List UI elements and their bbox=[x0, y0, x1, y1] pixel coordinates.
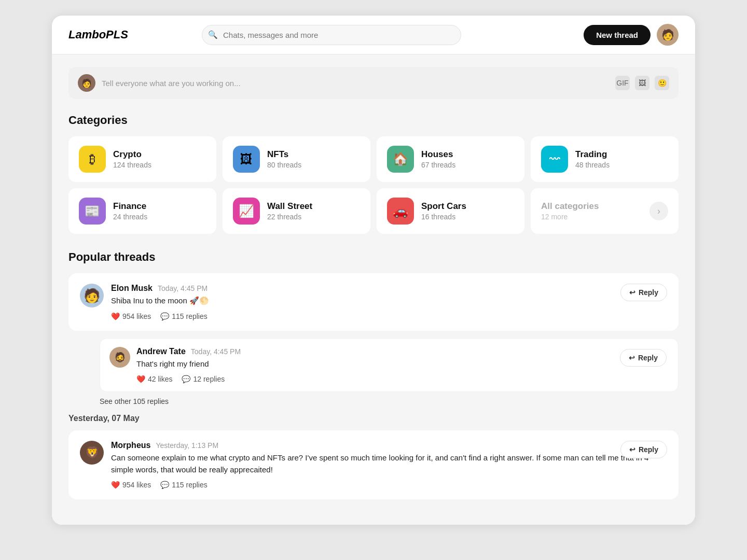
sportcars-threads: 16 threads bbox=[421, 213, 466, 221]
andrew-thread-meta: Andrew Tate Today, 4:45 PM bbox=[136, 347, 669, 356]
popular-threads-title: Popular threads bbox=[68, 250, 679, 264]
elon-thread-body: Elon Musk Today, 4:45 PM Shiba Inu to th… bbox=[111, 284, 667, 320]
andrew-thread-body: Andrew Tate Today, 4:45 PM That's right … bbox=[136, 347, 669, 384]
morpheus-stats: ❤️ 954 likes 💬 115 replies bbox=[111, 481, 667, 489]
date-divider: Yesterday, 07 May bbox=[68, 414, 679, 423]
nfts-name: NFTs bbox=[267, 149, 301, 160]
categories-section: Categories ₿ Crypto 124 threads 🖼 NFTs 8… bbox=[68, 114, 679, 234]
wallstreet-info: Wall Street 22 threads bbox=[267, 201, 312, 221]
chat-icon-2: 💬 bbox=[182, 375, 190, 383]
wallstreet-name: Wall Street bbox=[267, 201, 312, 212]
all-categories-label: All categories bbox=[541, 201, 599, 212]
finance-threads: 24 threads bbox=[113, 213, 147, 221]
morpheus-author: Morpheus bbox=[111, 441, 150, 450]
andrew-time: Today, 4:45 PM bbox=[191, 347, 241, 356]
houses-threads: 67 threads bbox=[421, 161, 455, 169]
app-container: LamboPLS 🔍 New thread 🧑 🧑 Tell everyone … bbox=[52, 16, 695, 525]
see-more-replies[interactable]: See other 105 replies bbox=[100, 397, 679, 405]
reply-icon-2: ↩ bbox=[629, 354, 635, 362]
sportcars-name: Sport Cars bbox=[421, 201, 466, 212]
category-card-nfts[interactable]: 🖼 NFTs 80 threads bbox=[223, 136, 370, 182]
wallstreet-threads: 22 threads bbox=[267, 213, 312, 221]
category-card-finance[interactable]: 📰 Finance 24 threads bbox=[68, 188, 216, 234]
status-input-bar[interactable]: 🧑 Tell everyone what are you working on.… bbox=[68, 67, 679, 99]
status-placeholder-text: Tell everyone what are you working on... bbox=[102, 79, 609, 88]
category-card-houses[interactable]: 🏠 Houses 67 threads bbox=[377, 136, 524, 182]
status-avatar: 🧑 bbox=[78, 74, 95, 92]
elon-replies-count: 💬 115 replies bbox=[160, 312, 208, 320]
andrew-stats: ❤️ 42 likes 💬 12 replies bbox=[136, 375, 669, 383]
elon-reply-button[interactable]: ↩ Reply bbox=[620, 284, 667, 301]
trading-icon: 〰 bbox=[541, 146, 568, 173]
user-avatar[interactable]: 🧑 bbox=[657, 24, 679, 46]
search-icon: 🔍 bbox=[208, 30, 218, 39]
elon-likes: ❤️ 954 likes bbox=[111, 312, 151, 320]
crypto-icon: ₿ bbox=[79, 146, 106, 173]
sportcars-info: Sport Cars 16 threads bbox=[421, 201, 466, 221]
search-input[interactable] bbox=[202, 25, 461, 45]
main-content: 🧑 Tell everyone what are you working on.… bbox=[52, 54, 695, 525]
morpheus-thread-body: Morpheus Yesterday, 1:13 PM Can someone … bbox=[111, 441, 667, 489]
reply-icon-3: ↩ bbox=[629, 445, 635, 454]
category-card-trading[interactable]: 〰 Trading 48 threads bbox=[531, 136, 679, 182]
finance-info: Finance 24 threads bbox=[113, 201, 147, 221]
logo: LamboPLS bbox=[68, 28, 128, 41]
search-bar: 🔍 bbox=[202, 25, 461, 45]
elon-content: Shiba Inu to the moon 🚀🌕 bbox=[111, 295, 667, 307]
heart-icon: ❤️ bbox=[111, 312, 120, 320]
trading-name: Trading bbox=[575, 149, 610, 160]
heart-icon-2: ❤️ bbox=[136, 375, 145, 383]
morpheus-replies-count: 💬 115 replies bbox=[160, 481, 208, 489]
andrew-content: That's right my friend bbox=[136, 358, 669, 370]
andrew-avatar: 🧔 bbox=[109, 347, 130, 368]
status-icons: GIF 🖼 🙂 bbox=[615, 76, 669, 90]
houses-name: Houses bbox=[421, 149, 455, 160]
trading-threads: 48 threads bbox=[575, 161, 610, 169]
category-card-wallstreet[interactable]: 📈 Wall Street 22 threads bbox=[223, 188, 370, 234]
andrew-reply-button[interactable]: ↩ Reply bbox=[620, 349, 667, 367]
nfts-icon: 🖼 bbox=[233, 146, 260, 173]
morpheus-content: Can someone explain to me what crypto an… bbox=[111, 452, 667, 475]
finance-icon: 📰 bbox=[79, 198, 106, 225]
all-categories-more: 12 more bbox=[541, 213, 599, 221]
all-categories-card[interactable]: All categories 12 more › bbox=[531, 188, 679, 234]
wallstreet-icon: 📈 bbox=[233, 198, 260, 225]
gif-icon[interactable]: GIF bbox=[615, 76, 630, 90]
morpheus-time: Yesterday, 1:13 PM bbox=[156, 441, 218, 450]
header-right: New thread 🧑 bbox=[584, 24, 679, 46]
andrew-author: Andrew Tate bbox=[136, 347, 186, 356]
nfts-threads: 80 threads bbox=[267, 161, 301, 169]
chat-icon-3: 💬 bbox=[160, 481, 169, 489]
morpheus-reply-button[interactable]: ↩ Reply bbox=[620, 441, 667, 458]
category-card-sportcars[interactable]: 🚗 Sport Cars 16 threads bbox=[377, 188, 524, 234]
new-thread-button[interactable]: New thread bbox=[584, 25, 651, 45]
trading-info: Trading 48 threads bbox=[575, 149, 610, 169]
heart-icon-3: ❤️ bbox=[111, 481, 120, 489]
elon-author: Elon Musk bbox=[111, 284, 153, 293]
categories-grid: ₿ Crypto 124 threads 🖼 NFTs 80 threads bbox=[68, 136, 679, 234]
all-cat-text: All categories 12 more bbox=[541, 201, 599, 221]
crypto-info: Crypto 124 threads bbox=[113, 149, 151, 169]
elon-time: Today, 4:45 PM bbox=[158, 284, 208, 292]
category-card-crypto[interactable]: ₿ Crypto 124 threads bbox=[68, 136, 216, 182]
crypto-name: Crypto bbox=[113, 149, 151, 160]
nested-card-andrew: 🧔 Andrew Tate Today, 4:45 PM That's righ… bbox=[100, 338, 679, 393]
finance-name: Finance bbox=[113, 201, 147, 212]
emoji-icon[interactable]: 🙂 bbox=[655, 76, 669, 90]
elon-stats: ❤️ 954 likes 💬 115 replies bbox=[111, 312, 667, 320]
andrew-likes: ❤️ 42 likes bbox=[136, 375, 172, 383]
nested-reply-wrap: 🧔 Andrew Tate Today, 4:45 PM That's righ… bbox=[100, 338, 679, 393]
houses-info: Houses 67 threads bbox=[421, 149, 455, 169]
all-categories-arrow-icon: › bbox=[649, 202, 668, 220]
morpheus-thread-meta: Morpheus Yesterday, 1:13 PM bbox=[111, 441, 667, 450]
image-icon[interactable]: 🖼 bbox=[635, 76, 649, 90]
nfts-info: NFTs 80 threads bbox=[267, 149, 301, 169]
popular-threads-section: Popular threads 🧑 Elon Musk Today, 4:45 … bbox=[68, 250, 679, 499]
thread-card-elon: 🧑 Elon Musk Today, 4:45 PM Shiba Inu to … bbox=[68, 273, 679, 331]
categories-title: Categories bbox=[68, 114, 679, 127]
morpheus-avatar: 🦁 bbox=[80, 441, 104, 465]
houses-icon: 🏠 bbox=[387, 146, 414, 173]
crypto-threads: 124 threads bbox=[113, 161, 151, 169]
elon-thread-meta: Elon Musk Today, 4:45 PM bbox=[111, 284, 667, 293]
chat-icon: 💬 bbox=[160, 312, 169, 320]
